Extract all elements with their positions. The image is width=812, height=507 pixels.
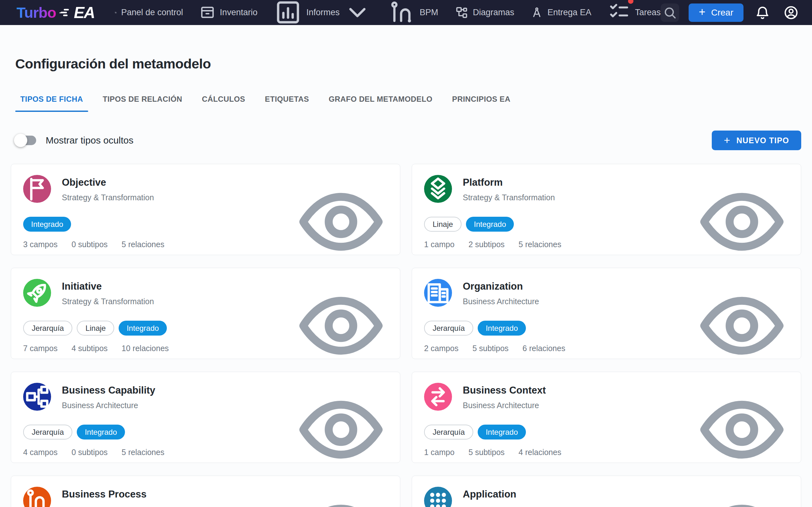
logo-ea-text: EA: [74, 3, 95, 22]
type-card-business-process[interactable]: Business Process: [11, 475, 400, 507]
chevron-down-icon: [344, 0, 372, 26]
visibility-eye-icon[interactable]: [694, 278, 790, 373]
create-button-label: Crear: [711, 8, 733, 18]
diagrams-icon: [455, 6, 468, 19]
card-stat: 5 relaciones: [519, 240, 561, 249]
logo-turbo-text: Turbo: [16, 4, 56, 21]
badge-integrado: Integrado: [478, 321, 525, 336]
card-stat: 4 campos: [23, 448, 57, 457]
card-titles: Business Process: [62, 487, 147, 507]
card-stat: 5 subtipos: [472, 344, 508, 353]
show-hidden-toggle[interactable]: [15, 135, 36, 145]
card-titles: ObjectiveStrategy & Transformation: [62, 175, 154, 203]
card-subtitle: Business Architecture: [463, 297, 539, 306]
card-subtitle: Strategy & Transformation: [62, 193, 154, 202]
card-titles: Business ContextBusiness Architecture: [463, 383, 546, 411]
card-title: Business Context: [463, 385, 546, 396]
process-flow-icon: [23, 487, 51, 507]
visibility-eye-icon[interactable]: [293, 278, 389, 373]
plus-icon: +: [724, 135, 730, 146]
card-stat: 5 relaciones: [121, 448, 164, 457]
card-stat: 2 subtipos: [468, 240, 505, 249]
visibility-eye-icon[interactable]: [694, 382, 790, 477]
tab-c-lculos[interactable]: CÁLCULOS: [202, 87, 245, 112]
reports-icon: [274, 0, 302, 26]
search-icon: [663, 4, 677, 21]
plus-icon: +: [699, 6, 705, 18]
card-stat: 1 campo: [424, 448, 455, 457]
type-card-application[interactable]: Application: [412, 475, 801, 507]
app-logo[interactable]: Turbo EA: [16, 3, 95, 22]
visibility-eye-icon[interactable]: [694, 174, 790, 269]
tab-etiquetas[interactable]: ETIQUETAS: [265, 87, 309, 112]
rocket-icon: [23, 279, 51, 307]
bell-icon: [755, 3, 770, 22]
user-avatar-icon: [783, 3, 799, 22]
type-card-initiative[interactable]: InitiativeStrategy & TransformationJerar…: [11, 268, 400, 359]
nav-item-tareas[interactable]: Tareas: [608, 1, 661, 24]
metamodel-config-page: Configuración del metamodelo TIPOS DE FI…: [0, 55, 812, 507]
card-subtitle: Strategy & Transformation: [463, 193, 555, 202]
visibility-eye-icon[interactable]: [293, 486, 389, 507]
tab-bar: TIPOS DE FICHATIPOS DE RELACIÓNCÁLCULOSE…: [20, 87, 801, 112]
tasks-icon: [608, 1, 630, 24]
badge-jerarqu-a: Jerarquía: [424, 425, 473, 440]
card-title: Business Process: [62, 489, 147, 500]
building-icon: [424, 279, 452, 307]
card-title: Application: [463, 489, 516, 500]
apps-grid-icon: [424, 487, 452, 507]
tab-grafo-del-metamodelo[interactable]: GRAFO DEL METAMODELO: [328, 87, 432, 112]
nav-item-entrega-ea[interactable]: Entrega EA: [531, 6, 591, 19]
visibility-eye-icon[interactable]: [293, 174, 389, 269]
list-controls: Mostrar tipos ocultos + NUEVO TIPO: [15, 130, 801, 151]
nav-item-inventario[interactable]: Inventario: [200, 4, 258, 20]
visibility-eye-icon[interactable]: [694, 486, 790, 507]
type-card-organization[interactable]: OrganizationBusiness ArchitectureJerarqu…: [412, 268, 801, 359]
badge-integrado: Integrado: [478, 425, 525, 440]
card-title: Organization: [463, 281, 539, 292]
type-card-objective[interactable]: ObjectiveStrategy & TransformationIntegr…: [11, 164, 400, 255]
badge-integrado: Integrado: [77, 425, 125, 440]
page-title: Configuración del metamodelo: [15, 55, 801, 72]
card-titles: Application: [463, 487, 516, 507]
create-button[interactable]: + Crear: [689, 3, 744, 22]
card-stat: 3 campos: [23, 240, 57, 249]
new-type-button[interactable]: + NUEVO TIPO: [712, 130, 801, 150]
ea-delivery-icon: [531, 6, 543, 19]
tab-principios-ea[interactable]: PRINCIPIOS EA: [452, 87, 510, 112]
bpm-icon: [388, 0, 415, 26]
nav-item-panel-de-control[interactable]: Panel de control: [115, 8, 183, 17]
type-card-platform[interactable]: PlatformStrategy & TransformationLinajeI…: [412, 164, 801, 255]
card-titles: PlatformStrategy & Transformation: [463, 175, 555, 203]
badge-integrado: Integrado: [466, 217, 514, 232]
show-hidden-label: Mostrar tipos ocultos: [46, 135, 134, 146]
badge-integrado: Integrado: [23, 217, 71, 232]
card-stat: 0 subtipos: [71, 448, 107, 457]
inventory-icon: [200, 4, 215, 20]
tab-tipos-de-relaci-n[interactable]: TIPOS DE RELACIÓN: [103, 87, 183, 112]
logo-speed-lines-icon: [59, 8, 72, 19]
show-hidden-toggle-group: Mostrar tipos ocultos: [15, 135, 134, 146]
visibility-eye-icon[interactable]: [293, 382, 389, 477]
card-subtitle: Strategy & Transformation: [62, 297, 154, 306]
nav-item-diagramas[interactable]: Diagramas: [455, 6, 514, 19]
card-stat: 5 relaciones: [121, 240, 164, 249]
layers-icon: [424, 175, 452, 203]
type-card-business-capability[interactable]: Business CapabilityBusiness Architecture…: [11, 372, 400, 463]
badge-integrado: Integrado: [119, 321, 166, 336]
nav-item-informes[interactable]: Informes: [274, 0, 372, 26]
card-stat: 6 relaciones: [522, 344, 565, 353]
user-menu-button[interactable]: [781, 3, 801, 22]
card-stat: 0 subtipos: [71, 240, 107, 249]
card-stat: 4 relaciones: [519, 448, 561, 457]
type-card-business-context[interactable]: Business ContextBusiness ArchitectureJer…: [412, 372, 801, 463]
main-nav: Panel de controlInventarioInformesBPMDia…: [115, 0, 661, 26]
hierarchy-icon: [23, 383, 51, 411]
notifications-button[interactable]: [753, 3, 772, 22]
card-stat: 5 subtipos: [468, 448, 505, 457]
tab-tipos-de-ficha[interactable]: TIPOS DE FICHA: [20, 87, 83, 112]
card-titles: InitiativeStrategy & Transformation: [62, 279, 154, 307]
search-button[interactable]: [661, 3, 679, 22]
card-subtitle: Business Architecture: [62, 401, 155, 410]
nav-item-bpm[interactable]: BPM: [388, 0, 438, 26]
